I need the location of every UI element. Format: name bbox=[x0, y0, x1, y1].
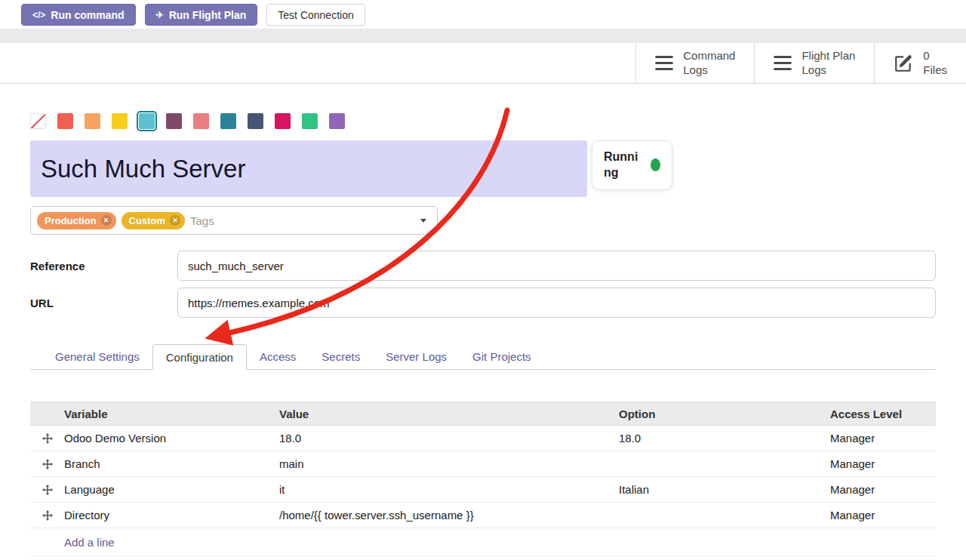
color-swatch-red[interactable] bbox=[57, 113, 73, 129]
cell-variable[interactable]: Language bbox=[64, 483, 279, 496]
tags-input[interactable]: Production ✕ Custom ✕ Tags bbox=[30, 206, 438, 235]
color-swatch-magenta[interactable] bbox=[275, 113, 291, 129]
configuration-table: Variable Value Option Access Level Odoo … bbox=[30, 402, 936, 556]
cell-access-level[interactable]: Manager bbox=[830, 483, 936, 496]
stat-command-logs[interactable]: Command Logs bbox=[635, 43, 754, 83]
add-a-line-link[interactable]: Add a line bbox=[30, 528, 936, 556]
test-connection-label: Test Connection bbox=[278, 9, 353, 21]
menu-icon bbox=[774, 56, 792, 70]
server-name-input[interactable]: Such Much Server bbox=[30, 140, 587, 197]
status-green-dot-icon bbox=[651, 158, 660, 171]
cell-variable[interactable]: Branch bbox=[64, 457, 279, 470]
dropdown-caret-icon[interactable] bbox=[420, 219, 426, 223]
tag-production-label: Production bbox=[45, 215, 97, 226]
stat-files[interactable]: 0 Files bbox=[874, 43, 966, 83]
cell-option[interactable]: 18.0 bbox=[619, 432, 830, 445]
table-row[interactable]: Directory /home/{{ tower.server.ssh_user… bbox=[30, 503, 936, 528]
tab-configuration[interactable]: Configuration bbox=[152, 344, 247, 370]
menu-icon bbox=[655, 56, 673, 70]
tab-secrets[interactable]: Secrets bbox=[309, 344, 373, 369]
color-swatch-cyan-selected[interactable] bbox=[139, 113, 155, 129]
drag-handle-icon[interactable] bbox=[30, 485, 64, 495]
stat-command-logs-label: Command Logs bbox=[683, 49, 735, 78]
tab-general-settings[interactable]: General Settings bbox=[42, 344, 152, 369]
table-header-row: Variable Value Option Access Level bbox=[30, 402, 936, 426]
stat-files-label: 0 Files bbox=[923, 49, 947, 78]
tag-custom-label: Custom bbox=[129, 215, 165, 226]
color-swatch-dark-purple[interactable] bbox=[166, 113, 182, 129]
color-swatch-purple[interactable] bbox=[329, 113, 345, 129]
tag-production[interactable]: Production ✕ bbox=[37, 212, 116, 229]
header-bar: Command Logs Flight Plan Logs 0 Files bbox=[0, 43, 966, 84]
run-flight-plan-button[interactable]: ✈ Run Flight Plan bbox=[145, 4, 258, 26]
column-header-value: Value bbox=[279, 408, 619, 420]
url-label: URL bbox=[30, 297, 177, 309]
color-swatch-green[interactable] bbox=[302, 113, 318, 129]
cell-value[interactable]: 18.0 bbox=[279, 432, 619, 445]
status-running-widget[interactable]: Running bbox=[592, 140, 672, 190]
test-connection-button[interactable]: Test Connection bbox=[266, 4, 365, 26]
drag-handle-icon[interactable] bbox=[30, 510, 64, 521]
plane-icon: ✈ bbox=[156, 10, 164, 20]
color-swatch-salmon[interactable] bbox=[193, 113, 209, 129]
tags-placeholder: Tags bbox=[190, 214, 415, 227]
cell-access-level[interactable]: Manager bbox=[830, 509, 936, 522]
cell-value[interactable]: it bbox=[279, 483, 619, 496]
remove-tag-icon[interactable]: ✕ bbox=[101, 215, 112, 226]
run-flight-plan-label: Run Flight Plan bbox=[169, 9, 247, 21]
tag-custom[interactable]: Custom ✕ bbox=[122, 212, 185, 229]
title-row: Such Much Server Running bbox=[30, 140, 936, 197]
column-header-option: Option bbox=[619, 408, 830, 420]
run-command-button[interactable]: </> Run command bbox=[21, 4, 136, 26]
column-header-variable: Variable bbox=[64, 408, 279, 420]
color-swatch-none[interactable] bbox=[30, 113, 46, 129]
edit-icon bbox=[894, 54, 913, 73]
color-picker bbox=[30, 112, 936, 129]
color-swatch-yellow[interactable] bbox=[112, 113, 128, 129]
stat-flight-plan-logs[interactable]: Flight Plan Logs bbox=[754, 43, 874, 83]
notebook-tabs: General Settings Configuration Access Se… bbox=[30, 344, 936, 370]
table-row[interactable]: Branch main Manager bbox=[30, 451, 936, 477]
column-header-access-level: Access Level bbox=[830, 408, 936, 420]
cell-variable[interactable]: Odoo Demo Version bbox=[64, 432, 279, 445]
cell-value[interactable]: main bbox=[279, 457, 619, 470]
reference-input[interactable] bbox=[177, 251, 936, 281]
cell-value[interactable]: /home/{{ tower.server.ssh_username }} bbox=[279, 509, 619, 522]
remove-tag-icon[interactable]: ✕ bbox=[170, 215, 180, 226]
color-swatch-navy[interactable] bbox=[248, 113, 263, 129]
color-swatch-teal[interactable] bbox=[220, 113, 236, 129]
cell-option[interactable]: Italian bbox=[619, 483, 830, 496]
top-toolbar: </> Run command ✈ Run Flight Plan Test C… bbox=[0, 0, 966, 29]
tab-git-projects[interactable]: Git Projects bbox=[460, 344, 544, 369]
form-view: Such Much Server Running Production ✕ Cu… bbox=[0, 112, 966, 556]
color-swatch-orange[interactable] bbox=[85, 113, 100, 129]
url-input[interactable] bbox=[177, 288, 936, 318]
code-icon: </> bbox=[32, 10, 45, 20]
status-label: Running bbox=[604, 149, 643, 181]
field-group: Reference URL bbox=[30, 251, 936, 318]
reference-label: Reference bbox=[30, 260, 177, 272]
cell-access-level[interactable]: Manager bbox=[830, 432, 936, 445]
tab-server-logs[interactable]: Server Logs bbox=[373, 344, 460, 369]
drag-handle-icon[interactable] bbox=[30, 459, 64, 469]
table-row[interactable]: Language it Italian Manager bbox=[30, 477, 936, 503]
cell-access-level[interactable]: Manager bbox=[830, 457, 936, 470]
drag-handle-icon[interactable] bbox=[30, 433, 64, 444]
control-panel-strip bbox=[0, 29, 966, 43]
stat-flight-plan-logs-label: Flight Plan Logs bbox=[801, 49, 855, 78]
table-row[interactable]: Odoo Demo Version 18.0 18.0 Manager bbox=[30, 426, 936, 451]
tab-access[interactable]: Access bbox=[247, 344, 309, 369]
run-command-label: Run command bbox=[51, 9, 124, 21]
cell-variable[interactable]: Directory bbox=[64, 509, 279, 522]
